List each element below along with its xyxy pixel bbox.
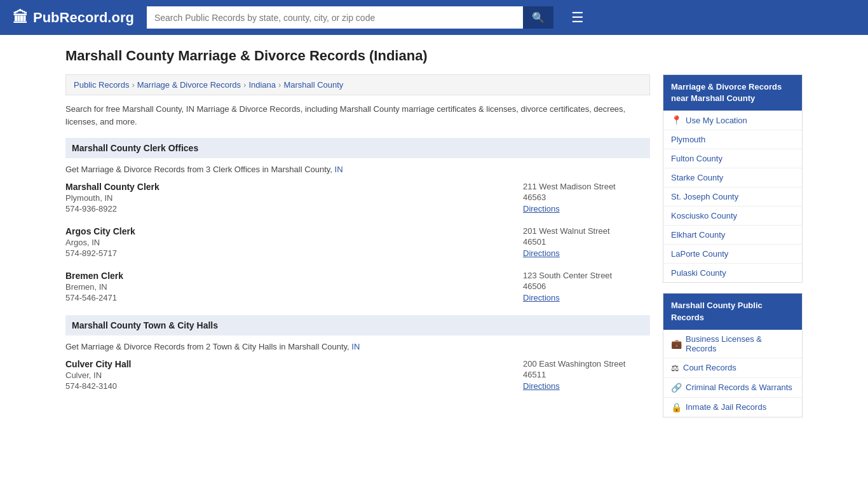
office-name: Culver City Hall: [65, 359, 131, 369]
breadcrumb-item-public-records[interactable]: Public Records: [74, 80, 129, 90]
office-city: Argos, IN: [65, 238, 135, 247]
table-row: Marshall County Clerk Plymouth, IN 574-9…: [65, 182, 650, 214]
breadcrumb-sep-3: ›: [278, 80, 281, 90]
site-header: 🏛 PubRecord.org 🔍 ☰: [0, 0, 868, 35]
sidebar-item-plymouth[interactable]: Plymouth: [663, 130, 802, 149]
sidebar-public-records-header: Marshall County Public Records: [663, 294, 802, 329]
handcuffs-icon: 🔗: [671, 383, 682, 393]
office-right: 201 West Walnut Street 46501 Directions: [523, 226, 650, 258]
sidebar-item-pulaski[interactable]: Pulaski County: [663, 264, 802, 282]
sidebar-item-elkhart[interactable]: Elkhart County: [663, 226, 802, 245]
breadcrumb-sep-2: ›: [243, 80, 246, 90]
office-phone: 574-936-8922: [65, 204, 159, 214]
office-left: Marshall County Clerk Plymouth, IN 574-9…: [65, 182, 159, 214]
directions-link[interactable]: Directions: [523, 248, 560, 258]
table-row: Argos City Clerk Argos, IN 574-892-5717 …: [65, 226, 650, 258]
clerk-section-desc: Get Marriage & Divorce Records from 3 Cl…: [65, 165, 650, 174]
office-left: Culver City Hall Culver, IN 574-842-3140: [65, 359, 131, 391]
nearby-link-starke[interactable]: Starke County: [671, 173, 723, 182]
scales-icon: ⚖: [671, 363, 679, 373]
logo-icon: 🏛: [13, 9, 28, 27]
sidebar-item-inmate-records[interactable]: 🔒 Inmate & Jail Records: [663, 398, 802, 417]
breadcrumb-item-indiana[interactable]: Indiana: [248, 80, 276, 90]
business-licenses-link[interactable]: Business Licenses & Records: [686, 334, 794, 353]
nearby-link-elkhart[interactable]: Elkhart County: [671, 230, 725, 240]
office-right: 123 South Center Street 46506 Directions: [523, 271, 650, 302]
sidebar-item-laporte[interactable]: LaPorte County: [663, 245, 802, 264]
office-phone: 574-546-2471: [65, 293, 123, 302]
office-name: Argos City Clerk: [65, 226, 135, 236]
briefcase-icon: 💼: [671, 339, 682, 349]
page-description: Search for free Marshall County, IN Marr…: [65, 103, 650, 128]
office-left: Argos City Clerk Argos, IN 574-892-5717: [65, 226, 135, 258]
office-name: Bremen Clerk: [65, 271, 123, 281]
page-title: Marshall County Marriage & Divorce Recor…: [65, 48, 803, 64]
logo-text: PubRecord.org: [33, 10, 134, 26]
sidebar-item-court-records[interactable]: ⚖ Court Records: [663, 358, 802, 378]
office-phone: 574-892-5717: [65, 248, 135, 258]
city-halls-section-desc: Get Marriage & Divorce Records from 2 To…: [65, 342, 650, 351]
site-logo[interactable]: 🏛 PubRecord.org: [13, 9, 134, 27]
main-content: Public Records › Marriage & Divorce Reco…: [65, 74, 650, 428]
office-zip: 46506: [523, 281, 650, 291]
office-address: 123 South Center Street: [523, 271, 650, 280]
sidebar-use-location[interactable]: 📍 Use My Location: [663, 111, 802, 130]
inmate-records-link[interactable]: Inmate & Jail Records: [686, 402, 766, 412]
breadcrumb-item-marshall[interactable]: Marshall County: [283, 80, 343, 90]
sidebar-item-business-licenses[interactable]: 💼 Business Licenses & Records: [663, 330, 802, 358]
sidebar-nearby-box: Marriage & Divorce Records near Marshall…: [663, 74, 803, 283]
city-halls-in-link[interactable]: IN: [351, 342, 360, 351]
use-location-label: Use My Location: [686, 116, 747, 125]
sidebar-item-stjoseph[interactable]: St. Joseph County: [663, 187, 802, 207]
menu-button[interactable]: ☰: [566, 7, 589, 29]
content-layout: Public Records › Marriage & Divorce Reco…: [65, 74, 803, 428]
page-container: Marshall County Marriage & Divorce Recor…: [53, 35, 815, 440]
nearby-link-pulaski[interactable]: Pulaski County: [671, 268, 726, 278]
sidebar-item-criminal-records[interactable]: 🔗 Criminal Records & Warrants: [663, 378, 802, 398]
sidebar-item-kosciusko[interactable]: Kosciusko County: [663, 207, 802, 226]
directions-link[interactable]: Directions: [523, 293, 560, 302]
office-right: 200 East Washington Street 46511 Directi…: [523, 359, 650, 391]
breadcrumb-sep-1: ›: [132, 80, 134, 90]
office-name: Marshall County Clerk: [65, 182, 159, 192]
search-bar: 🔍: [147, 6, 553, 29]
nearby-link-laporte[interactable]: LaPorte County: [671, 249, 728, 259]
breadcrumb-item-marriage[interactable]: Marriage & Divorce Records: [137, 80, 241, 90]
table-row: Bremen Clerk Bremen, IN 574-546-2471 123…: [65, 271, 650, 302]
nearby-link-fulton[interactable]: Fulton County: [671, 154, 722, 163]
clerk-offices-header: Marshall County Clerk Offices: [65, 138, 650, 158]
breadcrumb: Public Records › Marriage & Divorce Reco…: [65, 74, 650, 95]
office-address: 201 West Walnut Street: [523, 226, 650, 236]
office-zip: 46501: [523, 237, 650, 247]
sidebar-nearby-header: Marriage & Divorce Records near Marshall…: [663, 75, 802, 111]
office-right: 211 West Madison Street 46563 Directions: [523, 182, 650, 214]
directions-link[interactable]: Directions: [523, 381, 560, 391]
nearby-link-plymouth[interactable]: Plymouth: [671, 135, 705, 144]
nearby-link-stjoseph[interactable]: St. Joseph County: [671, 192, 738, 201]
sidebar-item-starke[interactable]: Starke County: [663, 168, 802, 187]
office-phone: 574-842-3140: [65, 381, 131, 391]
office-left: Bremen Clerk Bremen, IN 574-546-2471: [65, 271, 123, 302]
sidebar: Marriage & Divorce Records near Marshall…: [663, 74, 803, 428]
office-zip: 46563: [523, 193, 650, 202]
directions-link[interactable]: Directions: [523, 204, 560, 214]
table-row: Culver City Hall Culver, IN 574-842-3140…: [65, 359, 650, 391]
search-button[interactable]: 🔍: [523, 6, 553, 29]
office-city: Bremen, IN: [65, 282, 123, 292]
search-input[interactable]: [147, 6, 523, 29]
sidebar-public-records-box: Marshall County Public Records 💼 Busines…: [663, 293, 803, 417]
office-zip: 46511: [523, 370, 650, 379]
clerk-in-link[interactable]: IN: [335, 165, 343, 174]
city-halls-header: Marshall County Town & City Halls: [65, 315, 650, 336]
office-city: Culver, IN: [65, 370, 131, 380]
office-address: 200 East Washington Street: [523, 359, 650, 369]
nearby-link-kosciusko[interactable]: Kosciusko County: [671, 211, 737, 220]
court-records-link[interactable]: Court Records: [683, 363, 736, 372]
lock-icon: 🔒: [671, 402, 682, 412]
criminal-records-link[interactable]: Criminal Records & Warrants: [686, 383, 792, 392]
office-address: 211 West Madison Street: [523, 182, 650, 191]
sidebar-item-fulton[interactable]: Fulton County: [663, 149, 802, 168]
office-city: Plymouth, IN: [65, 193, 159, 203]
location-pin-icon: 📍: [671, 115, 682, 125]
